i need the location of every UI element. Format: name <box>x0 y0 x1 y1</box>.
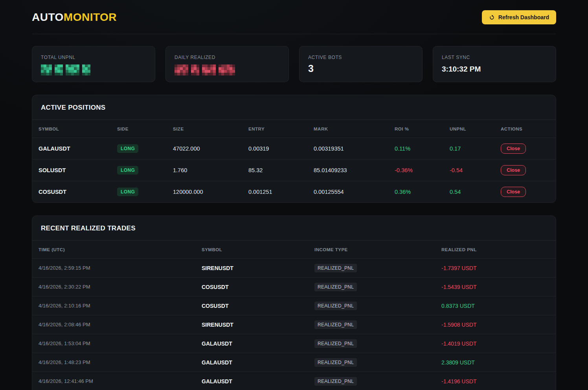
trade-realized-pnl: 2.3809 USDT <box>435 359 556 366</box>
stat-label: LAST SYNC <box>442 55 547 60</box>
column-header-symbol: SYMBOL <box>195 247 308 252</box>
trade-time: 4/16/2026, 1:48:23 PM <box>32 359 195 365</box>
trade-time: 4/16/2026, 12:41:46 PM <box>32 378 195 384</box>
trade-income-type: REALIZED_PNL <box>308 320 435 329</box>
refresh-button-label: Refresh Dashboard <box>498 14 549 20</box>
trade-symbol: GALAUSDT <box>195 340 308 347</box>
column-header-time: TIME (UTC) <box>32 247 195 252</box>
position-row: COSUSDT LONG 120000.000 0.001251 0.00125… <box>32 181 556 202</box>
trade-row: 4/16/2026, 2:10:16 PM COSUSDT REALIZED_P… <box>32 296 556 315</box>
top-bar: AUTOMONITOR Refresh Dashboard <box>32 10 556 34</box>
stat-label: DAILY REALIZED <box>175 55 280 60</box>
trade-income-type: REALIZED_PNL <box>308 302 435 310</box>
trade-income-type: REALIZED_PNL <box>308 339 435 348</box>
trade-symbol: GALAUSDT <box>195 378 308 384</box>
trade-realized-pnl: 0.8373 USDT <box>435 303 556 309</box>
position-entry: 85.32 <box>242 167 307 173</box>
position-side: LONG <box>111 166 167 175</box>
income-type-chip: REALIZED_PNL <box>314 283 357 291</box>
refresh-icon <box>489 15 495 20</box>
trade-row: 4/16/2026, 2:08:46 PM SIRENUSDT REALIZED… <box>32 315 556 334</box>
close-position-button[interactable]: Close <box>501 165 526 175</box>
position-unpnl: 0.54 <box>443 189 494 195</box>
stat-label: ACTIVE BOTS <box>308 55 413 60</box>
position-mark: 0.00125554 <box>307 189 388 195</box>
close-position-button[interactable]: Close <box>501 187 526 197</box>
column-header-size: SIZE <box>167 127 242 131</box>
trade-income-type: REALIZED_PNL <box>308 358 435 367</box>
trade-symbol: COSUSDT <box>195 303 308 309</box>
position-side: LONG <box>111 144 167 153</box>
trade-income-type: REALIZED_PNL <box>308 377 435 386</box>
column-header-side: SIDE <box>111 127 167 131</box>
position-actions: Close <box>494 187 556 197</box>
position-row: GALAUSDT LONG 47022.000 0.00319 0.003193… <box>32 138 556 159</box>
trade-income-type: REALIZED_PNL <box>308 264 435 272</box>
trade-income-type: REALIZED_PNL <box>308 283 435 291</box>
income-type-chip: REALIZED_PNL <box>314 377 357 386</box>
position-symbol: GALAUSDT <box>32 145 111 152</box>
position-mark: 0.00319351 <box>307 145 388 152</box>
position-roi: 0.11% <box>388 145 443 152</box>
active-positions-panel: ACTIVE POSITIONS SYMBOL SIDE SIZE ENTRY … <box>32 95 556 203</box>
trade-realized-pnl: -1.4019 USDT <box>435 340 556 347</box>
stat-card-total-unpnl: TOTAL UNPNL <box>32 46 155 82</box>
position-size: 47022.000 <box>167 145 242 152</box>
trade-symbol: SIRENUSDT <box>195 322 308 328</box>
trade-realized-pnl: -1.7397 USDT <box>435 265 556 271</box>
trade-symbol: SIRENUSDT <box>195 265 308 271</box>
position-symbol: SOLUSDT <box>32 167 111 173</box>
trade-symbol: GALAUSDT <box>195 359 308 366</box>
column-header-mark: MARK <box>307 127 388 131</box>
position-unpnl: 0.17 <box>443 145 494 152</box>
recent-trades-title: RECENT REALIZED TRADES <box>32 216 556 240</box>
stat-card-last-sync: LAST SYNC 3:10:32 PM <box>433 46 556 82</box>
income-type-chip: REALIZED_PNL <box>314 302 357 310</box>
position-side: LONG <box>111 188 167 196</box>
stat-value-redacted <box>175 64 280 77</box>
stat-value-redacted <box>41 64 146 77</box>
active-positions-title: ACTIVE POSITIONS <box>32 95 556 120</box>
stat-value: 3 <box>308 64 413 74</box>
column-header-realized-pnl: REALIZED PNL <box>435 247 556 252</box>
app-logo: AUTOMONITOR <box>32 11 117 24</box>
stat-label: TOTAL UNPNL <box>41 55 146 60</box>
income-type-chip: REALIZED_PNL <box>314 358 357 367</box>
income-type-chip: REALIZED_PNL <box>314 339 357 348</box>
position-unpnl: -0.54 <box>443 167 494 173</box>
trades-table-header: TIME (UTC) SYMBOL INCOME TYPE REALIZED P… <box>32 240 556 258</box>
stat-card-daily-realized: DAILY REALIZED <box>165 46 289 82</box>
side-badge: LONG <box>117 166 138 175</box>
trade-time: 4/16/2026, 2:59:15 PM <box>32 265 195 271</box>
position-entry: 0.001251 <box>242 189 307 195</box>
trade-time: 4/16/2026, 2:08:46 PM <box>32 322 195 327</box>
trade-row: 4/16/2026, 12:41:46 PM GALAUSDT REALIZED… <box>32 372 556 390</box>
trade-time: 4/16/2026, 2:10:16 PM <box>32 303 195 309</box>
redacted-pixelated-value <box>175 64 235 75</box>
column-header-actions: ACTIONS <box>494 127 556 131</box>
position-roi: -0.36% <box>388 167 443 173</box>
trade-row: 4/16/2026, 2:59:15 PM SIRENUSDT REALIZED… <box>32 258 556 277</box>
recent-trades-panel: RECENT REALIZED TRADES TIME (UTC) SYMBOL… <box>32 215 556 390</box>
position-actions: Close <box>494 165 556 175</box>
trade-row: 4/16/2026, 2:30:22 PM COSUSDT REALIZED_P… <box>32 277 556 296</box>
column-header-roi: ROI % <box>388 127 443 131</box>
trade-row: 4/16/2026, 1:48:23 PM GALAUSDT REALIZED_… <box>32 353 556 372</box>
dashboard-container: AUTOMONITOR Refresh Dashboard TOTAL UNPN… <box>32 0 556 390</box>
column-header-symbol: SYMBOL <box>32 127 111 131</box>
position-size: 120000.000 <box>167 189 242 195</box>
position-roi: 0.36% <box>388 189 443 195</box>
position-actions: Close <box>494 143 556 154</box>
column-header-entry: ENTRY <box>242 127 307 131</box>
position-symbol: COSUSDT <box>32 189 111 195</box>
logo-primary-text: AUTO <box>32 11 64 23</box>
stat-value: 3:10:32 PM <box>442 64 547 73</box>
refresh-dashboard-button[interactable]: Refresh Dashboard <box>482 10 556 24</box>
column-header-unpnl: UNPNL <box>443 127 494 131</box>
redacted-pixelated-value <box>41 64 90 75</box>
column-header-income-type: INCOME TYPE <box>308 247 435 252</box>
positions-table-header: SYMBOL SIDE SIZE ENTRY MARK ROI % UNPNL … <box>32 120 556 138</box>
trade-realized-pnl: -1.5439 USDT <box>435 284 556 290</box>
position-entry: 0.00319 <box>242 145 307 152</box>
close-position-button[interactable]: Close <box>501 143 526 154</box>
